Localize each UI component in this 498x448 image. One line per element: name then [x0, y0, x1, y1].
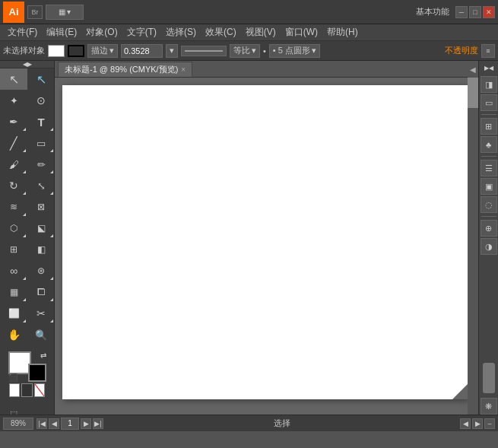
stroke-color-box[interactable] — [68, 45, 84, 57]
column-graph-tool[interactable]: ▦ — [0, 281, 27, 303]
next-page-button[interactable]: ▶ — [81, 418, 91, 429]
maximize-button[interactable]: □ — [469, 6, 481, 18]
align-options-button[interactable]: ≡ — [481, 44, 495, 58]
swatches-panel-button[interactable]: ▭ — [481, 94, 497, 111]
selection-tool[interactable]: ↖ — [0, 68, 27, 90]
pencil-tool[interactable]: ✏ — [27, 154, 55, 175]
slice-tool[interactable]: ⧠ — [27, 281, 55, 303]
perspective-grid-tool[interactable]: ⬕ — [27, 218, 55, 239]
menu-effect[interactable]: 效果(C) — [201, 24, 241, 40]
direct-selection-tool[interactable]: ↖ — [27, 68, 55, 90]
pen-tool[interactable]: ✒ — [0, 111, 27, 132]
shape-builder-tool[interactable]: ⬡ — [0, 218, 27, 239]
vertical-scrollbar-thumb[interactable] — [468, 78, 478, 108]
zoom-tool[interactable]: 🔍 — [27, 324, 55, 345]
panel-resize-handle[interactable] — [483, 363, 495, 393]
stroke-panel-button[interactable]: ⊕ — [481, 220, 497, 237]
sub-tool-indicator — [50, 298, 53, 301]
menu-edit[interactable]: 编辑(E) — [42, 24, 81, 40]
workspace-label: 基本功能 — [416, 6, 449, 17]
rotate-tool[interactable]: ↻ — [0, 175, 27, 196]
dot-style-dropdown[interactable]: • 5 点圆形 ▾ — [269, 44, 320, 58]
brushes-panel-button[interactable]: ⊞ — [481, 118, 497, 135]
view-toggle[interactable]: ▦ ▾ — [46, 5, 84, 20]
sub-tool-indicator — [23, 170, 26, 173]
line-type-dropdown[interactable]: 等比 ▾ — [230, 44, 260, 58]
first-page-button[interactable]: |◀ — [36, 418, 47, 429]
rect-tool[interactable]: ▭ — [27, 132, 55, 154]
gradient-tool[interactable]: ◧ — [27, 239, 55, 260]
zoom-dropdown[interactable]: 89% — [3, 418, 33, 430]
status-prev-button[interactable]: ◀ — [460, 418, 471, 429]
tools-grid: ↖ ↖ ✦ ⊙ ✒ T ╱ — [0, 68, 54, 345]
free-transform-tool[interactable]: ⊠ — [27, 196, 55, 218]
type-tool[interactable]: T — [27, 111, 55, 132]
menu-window[interactable]: 窗口(W) — [281, 24, 322, 40]
tabs-right-collapse[interactable]: ◀ — [468, 61, 478, 78]
line-style-preview[interactable] — [181, 46, 227, 56]
options-bar: 未选择对象 描边 ▾ ▾ 等比 ▾ • • 5 点圆形 ▾ 不透明度 ≡ — [0, 41, 498, 61]
stroke-units-dropdown[interactable]: ▾ — [166, 44, 178, 58]
fill-color-box[interactable] — [48, 45, 65, 57]
close-button[interactable]: ✕ — [483, 6, 495, 18]
prev-page-button[interactable]: ◀ — [49, 418, 59, 429]
artboard-canvas[interactable] — [62, 85, 468, 399]
color-swatch-area: ⇄ ⬛ — [8, 351, 46, 382]
eraser-tool[interactable]: ⬜ — [0, 303, 27, 324]
vertical-scrollbar[interactable] — [468, 78, 478, 415]
reset-colors-icon[interactable]: ⬛ — [8, 373, 17, 382]
line-segment-tool[interactable]: ╱ — [0, 132, 27, 154]
artboard-icon: ⬚ — [10, 409, 17, 415]
blend-tool[interactable]: ∞ — [0, 260, 27, 281]
status-right-controls: ◀ ▶ – — [460, 418, 495, 429]
gradient-panel-button[interactable]: ◑ — [481, 238, 497, 255]
right-panel-collapse[interactable]: ▶◀ — [479, 64, 498, 71]
sub-tool-indicator — [23, 213, 26, 216]
opacity-label[interactable]: 不透明度 — [445, 45, 478, 56]
last-page-button[interactable]: ▶| — [93, 418, 103, 429]
scissors-tool[interactable]: ✂ — [27, 303, 55, 324]
background-color[interactable] — [28, 364, 46, 382]
scale-tool[interactable]: ⤡ — [27, 175, 55, 196]
tab-close-button[interactable]: × — [181, 65, 186, 74]
symbol-sprayer-tool[interactable]: ⊛ — [27, 260, 55, 281]
stroke-box[interactable] — [21, 383, 32, 397]
status-next-button[interactable]: ▶ — [472, 418, 483, 429]
color-panel-button[interactable]: ◨ — [481, 76, 497, 93]
layers-panel-button[interactable]: ❋ — [481, 398, 497, 415]
hand-tool[interactable]: ✋ — [0, 324, 27, 345]
br-badge[interactable]: Br — [27, 5, 43, 19]
stroke-type-dropdown[interactable]: 描边 ▾ — [87, 44, 118, 58]
menu-file[interactable]: 文件(F) — [3, 24, 42, 40]
zoom-value: 89% — [11, 419, 26, 427]
paintbrush-tool[interactable]: 🖌 — [0, 154, 27, 175]
magic-wand-tool[interactable]: ✦ — [0, 90, 27, 111]
symbols-panel-button[interactable]: ♣ — [481, 136, 497, 153]
menu-type[interactable]: 文字(T) — [122, 24, 161, 40]
left-toolbar-collapse[interactable]: ◀▶ — [0, 61, 54, 68]
minimize-button[interactable]: ─ — [455, 6, 468, 18]
transparency-panel-button[interactable]: ◌ — [481, 196, 497, 213]
layers-icon: ❋ — [485, 402, 492, 411]
warp-tool[interactable]: ≋ — [0, 196, 27, 218]
swap-colors-icon[interactable]: ⇄ — [40, 351, 46, 360]
menu-select[interactable]: 选择(S) — [161, 24, 201, 40]
mesh-tool[interactable]: ⊞ — [0, 239, 27, 260]
collapse-arrows-icon: ◀▶ — [23, 61, 32, 68]
fill-box[interactable] — [9, 383, 20, 397]
last-page-icon: ▶| — [94, 420, 101, 427]
page-number-input[interactable] — [61, 418, 79, 430]
line-label: 等比 — [233, 45, 250, 56]
drawing-canvas[interactable] — [55, 78, 478, 415]
menu-help[interactable]: 帮助(H) — [322, 24, 363, 40]
menu-object[interactable]: 对象(O) — [81, 24, 122, 40]
menu-view[interactable]: 视图(V) — [241, 24, 281, 40]
none-box[interactable] — [34, 383, 45, 397]
appearance-panel-button[interactable]: ▣ — [481, 178, 497, 195]
document-tab[interactable]: 未标题-1 @ 89% (CMYK/预览) × — [58, 62, 192, 77]
artboard-tool[interactable]: ⬚ — [0, 403, 27, 415]
graphic-styles-button[interactable]: ☰ — [481, 160, 497, 176]
status-options-button[interactable]: – — [484, 418, 495, 429]
lasso-tool[interactable]: ⊙ — [27, 90, 55, 111]
stroke-value-input[interactable] — [121, 44, 163, 58]
